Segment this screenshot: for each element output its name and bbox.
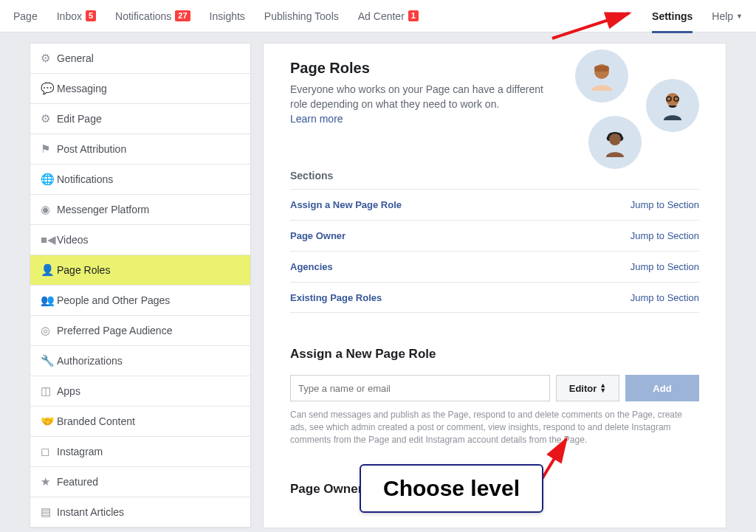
nav-notifications[interactable]: Notifications 27: [115, 0, 190, 32]
nav-ad-center[interactable]: Ad Center 1: [358, 0, 419, 32]
nav-help[interactable]: Help ▼: [712, 0, 743, 32]
jump-link[interactable]: Jump to Section: [630, 261, 699, 272]
avatar: [575, 49, 628, 103]
sidebar-item-label: Videos: [57, 234, 89, 246]
messenger-icon: ◉: [41, 203, 57, 216]
sidebar-item-label: Branded Content: [57, 415, 135, 427]
role-description: Can send messages and publish as the Pag…: [290, 409, 699, 446]
sidebar-item-label: Preferred Page Audience: [57, 325, 172, 336]
video-icon: ■◀: [41, 233, 57, 246]
top-nav: Page Inbox 5 Notifications 27 Insights P…: [0, 0, 756, 32]
nav-insights[interactable]: Insights: [210, 0, 245, 32]
svg-point-3: [666, 93, 679, 106]
annotation-callout: Choose level: [360, 464, 543, 513]
nav-settings[interactable]: Settings: [652, 0, 693, 32]
section-link-existing-roles[interactable]: Existing Page Roles: [290, 292, 382, 303]
svg-point-6: [609, 134, 621, 145]
wrench-icon: 🔧: [41, 354, 57, 367]
sidebar-item-label: Edit Page: [57, 113, 102, 125]
globe-icon: 🌐: [41, 173, 57, 186]
sidebar-item-label: People and Other Pages: [57, 294, 170, 306]
sidebar-item-label: Apps: [57, 385, 80, 397]
star-icon: ★: [41, 475, 57, 488]
section-link-agencies[interactable]: Agencies: [290, 261, 333, 272]
person-icon: 👤: [41, 263, 57, 277]
gear-icon: ⚙: [41, 52, 57, 65]
section-row: Existing Page Roles Jump to Section: [290, 282, 699, 313]
chat-icon: 💬: [41, 82, 57, 95]
sidebar-item-messaging[interactable]: 💬 Messaging: [30, 74, 250, 104]
sidebar-item-featured[interactable]: ★ Featured: [30, 467, 250, 497]
sidebar-item-label: Messaging: [57, 83, 107, 94]
section-row: Page Owner Jump to Section: [290, 220, 699, 251]
learn-more-link[interactable]: Learn more: [290, 113, 343, 125]
jump-link[interactable]: Jump to Section: [630, 292, 699, 303]
jump-link[interactable]: Jump to Section: [630, 230, 699, 241]
sidebar-item-page-roles[interactable]: 👤 Page Roles: [30, 255, 250, 286]
role-dropdown[interactable]: Editor ▲▼: [556, 375, 619, 401]
sidebar-item-apps[interactable]: ◫ Apps: [30, 376, 250, 407]
sidebar-item-preferred-audience[interactable]: ◎ Preferred Page Audience: [30, 316, 250, 346]
sidebar-item-label: Instant Articles: [57, 506, 124, 518]
main-content: Page Roles Everyone who works on your Pa…: [263, 43, 726, 528]
jump-link[interactable]: Jump to Section: [630, 199, 699, 210]
sidebar-item-messenger-platform[interactable]: ◉ Messenger Platform: [30, 195, 250, 225]
gear-icon: ⚙: [41, 112, 57, 125]
sidebar-item-branded-content[interactable]: 🤝 Branded Content: [30, 407, 250, 437]
sidebar-item-instagram[interactable]: ◻ Instagram: [30, 437, 250, 467]
page-subtitle: Everyone who works on your Page can have…: [290, 83, 556, 111]
sidebar-item-label: Authorizations: [57, 355, 123, 367]
sidebar-item-label: Page Roles: [57, 264, 110, 276]
sidebar-item-instant-articles[interactable]: ▤ Instant Articles: [30, 497, 250, 528]
section-row: Assign a New Page Role Jump to Section: [290, 189, 699, 220]
sidebar-item-label: Instagram: [57, 446, 103, 457]
sidebar-item-authorizations[interactable]: 🔧 Authorizations: [30, 346, 250, 376]
sidebar-item-post-attribution[interactable]: ⚑ Post Attribution: [30, 134, 250, 165]
section-row: Agencies Jump to Section: [290, 251, 699, 282]
chevron-down-icon: ▼: [736, 13, 743, 20]
sidebar-item-people-other-pages[interactable]: 👥 People and Other Pages: [30, 286, 250, 316]
avatar: [588, 116, 642, 169]
ad-center-badge: 1: [408, 10, 419, 21]
sidebar-item-label: Messenger Platform: [57, 204, 149, 215]
nav-inbox[interactable]: Inbox 5: [57, 0, 96, 32]
avatar: [646, 79, 699, 132]
cube-icon: ◫: [41, 384, 57, 398]
target-icon: ◎: [41, 324, 57, 337]
add-button[interactable]: Add: [625, 375, 699, 401]
sidebar-item-general[interactable]: ⚙ General: [30, 44, 250, 74]
handshake-icon: 🤝: [41, 415, 57, 428]
people-icon: 👥: [41, 294, 57, 307]
flag-icon: ⚑: [41, 142, 57, 156]
role-selected-label: Editor: [569, 383, 597, 394]
nav-publishing-tools[interactable]: Publishing Tools: [264, 0, 339, 32]
sort-icon: ▲▼: [599, 383, 606, 393]
avatar-illustration: [559, 49, 699, 175]
assign-role-heading: Assign a New Page Role: [290, 347, 699, 362]
name-email-input[interactable]: [290, 375, 550, 401]
svg-rect-2: [594, 66, 609, 72]
sidebar-item-label: Post Attribution: [57, 143, 126, 155]
sidebar-item-label: Featured: [57, 476, 98, 488]
document-icon: ▤: [41, 505, 57, 519]
instagram-icon: ◻: [41, 445, 57, 458]
sidebar-item-label: Notifications: [57, 173, 113, 185]
section-link-page-owner[interactable]: Page Owner: [290, 230, 346, 241]
sidebar-item-label: General: [57, 52, 94, 64]
sidebar-item-edit-page[interactable]: ⚙ Edit Page: [30, 104, 250, 134]
notifications-badge: 27: [175, 10, 190, 21]
settings-sidebar: ⚙ General 💬 Messaging ⚙ Edit Page ⚑ Post…: [30, 43, 251, 528]
section-link-assign-role[interactable]: Assign a New Page Role: [290, 199, 402, 210]
sidebar-item-videos[interactable]: ■◀ Videos: [30, 225, 250, 255]
inbox-badge: 5: [86, 10, 96, 21]
sidebar-item-notifications[interactable]: 🌐 Notifications: [30, 165, 250, 195]
nav-page[interactable]: Page: [13, 0, 38, 32]
